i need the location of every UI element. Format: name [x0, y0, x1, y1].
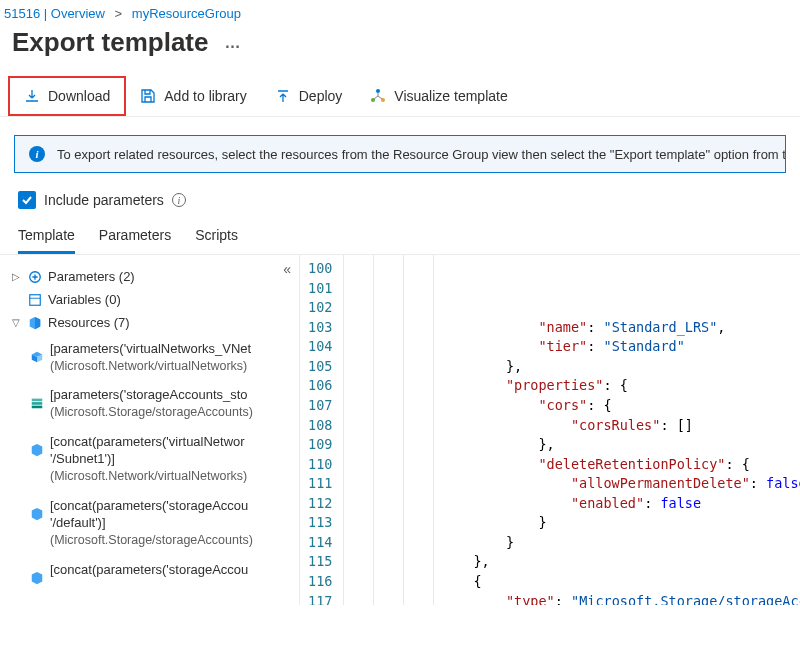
svg-rect-5 [32, 399, 43, 402]
more-actions-button[interactable]: … [225, 34, 241, 52]
visualize-icon [370, 88, 386, 104]
resources-icon [28, 316, 42, 330]
resource-icon [30, 497, 44, 524]
tab-template[interactable]: Template [18, 227, 75, 254]
tree-resource-item[interactable]: [parameters('storageAccounts_sto(Microso… [30, 380, 299, 426]
tab-scripts[interactable]: Scripts [195, 227, 238, 254]
svg-rect-6 [32, 403, 43, 406]
deploy-icon [275, 88, 291, 104]
include-parameters-row: Include parameters i [0, 173, 800, 209]
include-parameters-checkbox[interactable] [18, 191, 36, 209]
tab-parameters[interactable]: Parameters [99, 227, 171, 254]
tree-resource-item[interactable]: [parameters('virtualNetworks_VNet(Micros… [30, 334, 299, 380]
toolbar: Download Add to library Deploy Visualize… [0, 76, 800, 117]
resource-icon [30, 340, 44, 367]
tree-resource-item[interactable]: [concat(parameters('storageAccou'/defaul… [30, 491, 299, 555]
chevron-right-icon: ▷ [12, 271, 22, 282]
save-icon [140, 88, 156, 104]
info-banner-text: To export related resources, select the … [57, 147, 786, 162]
add-to-library-button[interactable]: Add to library [126, 78, 260, 114]
tree-panel: « ▷ Parameters (2) Variables (0) ▽ Resou… [0, 255, 300, 605]
code-gutter: 1001011021031041051061071081091101111121… [300, 255, 343, 605]
tree-node-parameters[interactable]: ▷ Parameters (2) [12, 265, 299, 288]
info-outline-icon[interactable]: i [172, 193, 186, 207]
page-title: Export template [12, 27, 209, 58]
svg-point-0 [376, 89, 380, 93]
svg-rect-4 [30, 294, 41, 305]
breadcrumb-link-1[interactable]: 51516 [4, 6, 40, 21]
tree-resource-item[interactable]: [concat(parameters('storageAccou [30, 555, 299, 594]
code-lines: "name": "Standard_LRS", "tier": "Standar… [343, 255, 800, 605]
deploy-button[interactable]: Deploy [261, 78, 357, 114]
chevron-down-icon: ▽ [12, 317, 22, 328]
resource-icon [30, 386, 44, 413]
resource-icon [30, 433, 44, 460]
main-area: « ▷ Parameters (2) Variables (0) ▽ Resou… [0, 255, 800, 605]
resource-icon [30, 561, 44, 588]
code-panel[interactable]: 1001011021031041051061071081091101111121… [300, 255, 800, 605]
breadcrumb-link-2[interactable]: Overview [51, 6, 105, 21]
breadcrumb: 51516 | Overview > myResourceGroup [0, 0, 800, 21]
tree-node-variables[interactable]: Variables (0) [12, 288, 299, 311]
tabs: Template Parameters Scripts [0, 209, 800, 255]
variables-icon [28, 293, 42, 307]
download-button[interactable]: Download [8, 76, 126, 116]
svg-rect-7 [32, 406, 43, 409]
visualize-button[interactable]: Visualize template [356, 78, 521, 114]
tree-resource-item[interactable]: [concat(parameters('virtualNetwor'/Subne… [30, 427, 299, 491]
info-banner: i To export related resources, select th… [14, 135, 786, 173]
page-title-row: Export template … [0, 21, 800, 64]
breadcrumb-link-3[interactable]: myResourceGroup [132, 6, 241, 21]
include-parameters-label: Include parameters [44, 192, 164, 208]
tree-node-resources[interactable]: ▽ Resources (7) [12, 311, 299, 334]
info-icon: i [29, 146, 45, 162]
parameters-icon [28, 270, 42, 284]
download-icon [24, 88, 40, 104]
collapse-tree-button[interactable]: « [283, 261, 291, 277]
